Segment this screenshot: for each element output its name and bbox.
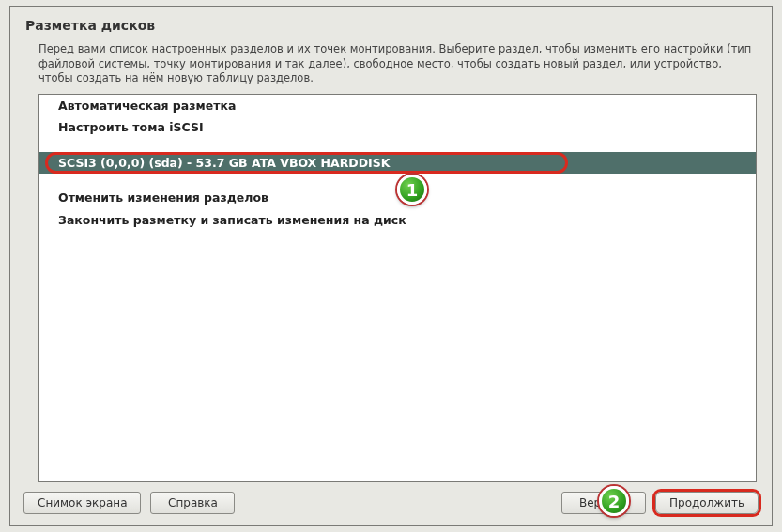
list-item-finish[interactable]: Закончить разметку и записать изменения … xyxy=(39,209,756,232)
button-bar: Снимок экрана Справка Вернуть Продолжить xyxy=(10,482,772,525)
list-spacer xyxy=(39,174,756,187)
screenshot-button[interactable]: Снимок экрана xyxy=(23,492,141,514)
list-item-iscsi[interactable]: Настроить тома iSCSI xyxy=(39,116,756,139)
partition-list: Автоматическая разметка Настроить тома i… xyxy=(38,94,757,482)
list-item-disk-label: SCSI3 (0,0,0) (sda) - 53.7 GB ATA VBOX H… xyxy=(58,156,390,170)
title-area: Разметка дисков xyxy=(10,7,772,38)
help-button[interactable]: Справка xyxy=(150,492,235,514)
back-button[interactable]: Вернуть xyxy=(561,492,646,514)
page-title: Разметка дисков xyxy=(25,18,757,33)
continue-button[interactable]: Продолжить xyxy=(655,492,759,514)
list-item-disk[interactable]: SCSI3 (0,0,0) (sda) - 53.7 GB ATA VBOX H… xyxy=(39,152,756,175)
description-text: Перед вами список настроенных разделов и… xyxy=(10,38,772,94)
list-item-auto[interactable]: Автоматическая разметка xyxy=(39,95,756,117)
list-item-undo[interactable]: Отменить изменения разделов xyxy=(39,187,756,209)
list-spacer xyxy=(39,139,756,152)
partition-dialog: Разметка дисков Перед вами список настро… xyxy=(9,6,773,526)
